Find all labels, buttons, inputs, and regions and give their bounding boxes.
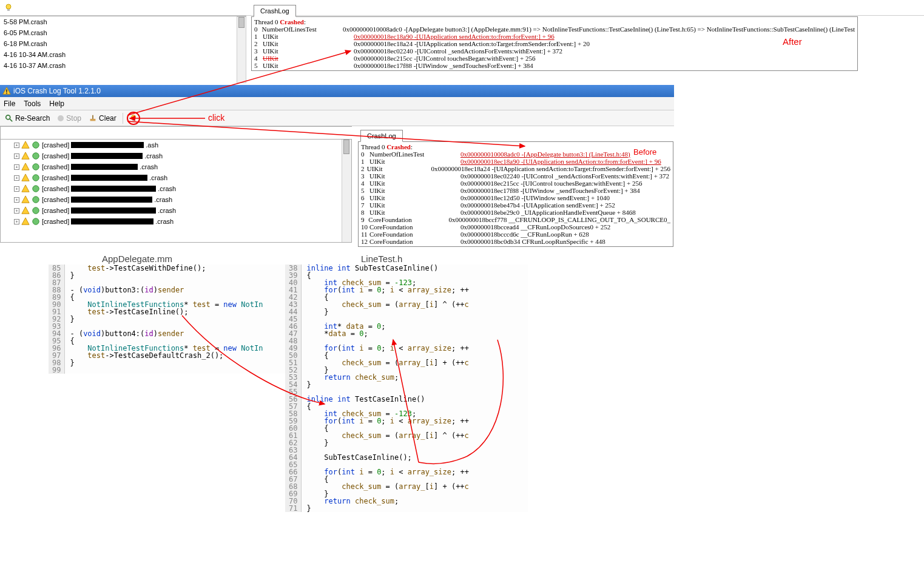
expand-icon[interactable]: + [14,164,19,170]
menu-file[interactable]: File [4,99,15,108]
clear-button[interactable]: Clear [86,113,119,124]
tree-item[interactable]: +[crashed] .ash [1,140,351,150]
stack-frame[interactable]: 2UIKit0x000000018ec18a24 -[UIApplication… [254,40,855,47]
tree-item[interactable]: +[crashed] .crash [1,205,351,216]
crash-file-list: 5-58 PM.crash6-05 PM.crash6-18 PM.crash4… [0,16,246,71]
svg-point-0 [6,4,11,9]
stack-frame[interactable]: 0NumberOfLinesTest0x000000010008adc0 -[A… [254,25,855,33]
status-icon [32,206,40,215]
svg-rect-11 [132,119,135,121]
file-icon [21,195,30,204]
status-icon [32,152,40,160]
window-titlebar: iOS Crash Log Tool 1.2.1.0 [0,85,674,97]
thread-header: Thread 0 Crashed: [254,18,855,25]
svg-point-19 [33,175,39,181]
crash-file-row[interactable]: 6-05 PM.crash [0,27,246,38]
svg-marker-18 [22,174,29,181]
stack-frame[interactable]: 2UIKit0x000000018ec18a24 -[UIApplication… [361,165,670,172]
tab-crashlog[interactable]: CrashLog [254,5,296,17]
line-gutter: 3839404142434445464748495051525354555657… [285,265,302,512]
annotation-click: click [208,113,224,123]
status-icon [32,141,40,149]
svg-marker-14 [22,152,29,159]
broom-icon [89,114,97,123]
crashlog-after-panel: CrashLog Thread 0 Crashed:0NumberOfLines… [251,0,858,71]
stack-frame[interactable]: 3UIKit0x000000018ec02240 -[UIControl _se… [254,47,855,55]
svg-marker-20 [22,185,29,192]
expand-icon[interactable]: + [14,208,19,214]
tree-item[interactable]: +[crashed] .crash [1,150,351,161]
tree-item[interactable]: +[crashed] .crash [1,194,351,205]
inline-resolve-button[interactable] [127,112,140,125]
scroll-thumb[interactable] [238,17,244,28]
crash-file-row[interactable]: 4-16 10-34 AM.crash [0,49,246,60]
stack-frame[interactable]: 1UIKit0x000000018ec18a90 -[UIApplication… [361,158,670,165]
crash-file-row[interactable]: 5-58 PM.crash [0,16,246,27]
expand-icon[interactable]: + [14,219,19,224]
stack-frame[interactable]: 5UIKit0x000000018ec17f88 -[UIWindow _sen… [361,187,670,194]
toolbar: Re-Search Stop Clear [0,110,674,126]
status-icon [32,217,40,226]
stack-frame[interactable]: 7UIKit0x000000018ebe47b4 -[UIApplication… [361,201,670,209]
svg-rect-8 [90,118,96,121]
file-icon [21,217,30,226]
window-title: iOS Crash Log Tool 1.2.1.0 [13,87,101,95]
stack-frame[interactable]: 5UIKit0x000000018ec17f88 -[UIWindow _sen… [254,62,855,69]
crash-file-row[interactable]: 6-18 PM.crash [0,38,246,49]
tree-item[interactable]: +[crashed] .crash [1,216,351,227]
stack-frame[interactable]: 0NumberOfLinesTest0x000000010008adc0 -[A… [361,150,670,158]
tree-item[interactable]: +[crashed] .crash [1,172,351,183]
tree-item[interactable]: +[crashed] .crash [1,161,351,172]
svg-point-27 [33,218,39,225]
svg-line-6 [10,118,12,121]
expand-icon[interactable]: + [14,197,19,203]
stack-frame[interactable]: 11CoreFoundation0x000000018bcccd6c __CFR… [361,231,670,238]
stack-frame[interactable]: 12CoreFoundation0x000000018bc0db34 CFRun… [361,238,670,245]
expand-icon[interactable]: + [14,153,19,159]
stack-frame[interactable]: 1UIKit0x000000018ec18a90 -[UIApplication… [254,33,855,40]
svg-point-7 [58,115,64,121]
tab-crashlog[interactable]: CrashLog [360,130,403,142]
stack-frame[interactable]: 4UIKit0x000000018ec215cc -[UIControl tou… [254,55,855,62]
scroll-thumb[interactable] [343,140,349,154]
search-field[interactable] [0,126,352,140]
crash-file-row[interactable]: 4-16 10-37 AM.crash [0,60,246,71]
menu-tools[interactable]: Tools [24,99,41,108]
stack-frame[interactable]: 8UIKit0x000000018ebe29c0 _UIApplicationH… [361,209,670,216]
svg-marker-22 [22,196,29,203]
file-icon [21,184,30,193]
annotation-before: Before [633,147,656,157]
research-button[interactable]: Re-Search [2,113,52,124]
status-icon [32,195,40,204]
separator [123,113,123,124]
stop-icon [57,115,64,122]
svg-marker-24 [22,207,29,214]
source-code: test->TestCaseWithDefine();}- (void)butt… [65,265,263,374]
stack-frame[interactable]: 6UIKit0x000000018ec12d50 -[UIWindow send… [361,194,670,201]
scrollbar[interactable] [342,140,351,243]
expand-icon[interactable]: + [14,175,19,181]
stack-frame[interactable]: 10CoreFoundation0x000000018bccead4 __CFR… [361,223,670,231]
svg-point-23 [33,197,39,203]
tree-item[interactable]: +[crashed] .crash [1,183,351,194]
scrollbar[interactable] [237,16,246,83]
file-icon [21,174,30,182]
svg-rect-4 [6,93,7,94]
expand-icon[interactable]: + [14,143,19,148]
menu-help[interactable]: Help [49,99,64,108]
tab-strip: CrashLog [251,2,858,17]
bulb-icon[interactable] [4,3,13,13]
thread-header: Thread 0 Crashed: [361,143,670,150]
expand-icon[interactable]: + [14,186,19,192]
status-icon [32,184,40,193]
svg-point-10 [131,115,135,119]
stop-button[interactable]: Stop [55,113,84,124]
file-icon [21,163,30,171]
code-title-appdelegate: AppDelegate.mm [102,254,172,264]
svg-rect-1 [7,9,10,11]
stack-frame[interactable]: 3UIKit0x000000018ec02240 -[UIControl _se… [361,172,670,180]
stack-frame[interactable]: 4UIKit0x000000018ec215cc -[UIControl tou… [361,180,670,187]
status-icon [32,174,40,182]
stack-frame[interactable]: 9CoreFoundation0x000000018bccf778 __CFRU… [361,216,670,223]
menubar: File Tools Help [0,97,674,110]
